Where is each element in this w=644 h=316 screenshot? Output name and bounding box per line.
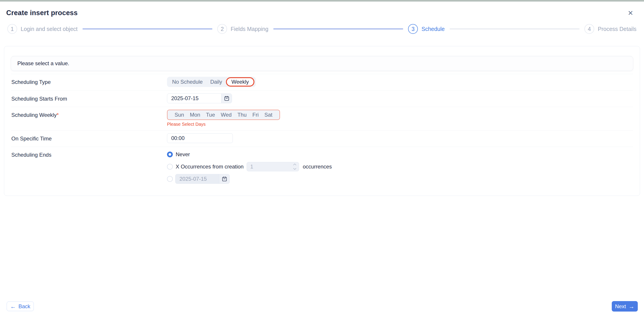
scheduling-weekly-row: Scheduling Weekly* Sun Mon Tue Wed Thu F… <box>11 107 633 130</box>
end-date-calendar-button[interactable] <box>219 174 230 184</box>
chevron-up-icon <box>293 163 296 166</box>
end-date-input[interactable] <box>176 174 219 184</box>
stepper-step-fields-mapping[interactable]: 2 Fields Mapping <box>217 24 268 34</box>
weekday-mon[interactable]: Mon <box>190 112 200 118</box>
back-button-label: Back <box>18 303 30 309</box>
stepper-step-login[interactable]: 1 Login and select object <box>7 24 78 34</box>
back-button[interactable]: ← Back <box>7 301 34 311</box>
step-number-badge: 2 <box>217 24 227 34</box>
weekday-picker: Sun Mon Tue Wed Thu Fri Sat <box>167 110 280 120</box>
stepper-connector <box>450 29 580 29</box>
never-radio-label: Never <box>176 151 190 158</box>
required-asterisk: * <box>57 112 59 118</box>
weekday-fri[interactable]: Fri <box>252 112 258 118</box>
wizard-stepper: 1 Login and select object 2 Fields Mappi… <box>0 24 644 34</box>
step-label: Login and select object <box>21 26 78 32</box>
weekday-sun[interactable]: Sun <box>174 112 184 118</box>
weekday-tue[interactable]: Tue <box>206 112 215 118</box>
end-date-input-group <box>175 174 230 184</box>
step-label: Process Details <box>598 26 636 32</box>
scheduling-type-label: Scheduling Type <box>11 77 167 85</box>
validation-alert-text: Please select a value. <box>17 60 69 67</box>
chevron-down-icon <box>293 168 296 170</box>
step-number-badge: 4 <box>584 24 594 34</box>
schedule-form-card: Please select a value. Scheduling Type N… <box>4 46 640 196</box>
page-title: Create insert process <box>6 9 78 17</box>
start-date-input-group <box>167 94 232 103</box>
segment-no-schedule[interactable]: No Schedule <box>168 77 206 87</box>
scheduling-weekly-label-text: Scheduling Weekly <box>11 112 57 118</box>
weekday-picker-error: Please Select Days <box>167 122 633 127</box>
scheduling-starts-from-row: Scheduling Starts From <box>11 91 633 107</box>
occurrences-spinners <box>293 163 296 170</box>
stepper-connector <box>273 29 404 29</box>
occurrences-stepper <box>246 162 299 171</box>
calendar-icon <box>222 176 228 182</box>
never-radio[interactable] <box>167 152 173 157</box>
on-specific-time-label: On Specific Time <box>11 133 167 142</box>
scheduling-ends-row: Scheduling Ends Never X Occurrences from… <box>11 147 633 190</box>
on-specific-time-row: On Specific Time <box>11 130 633 147</box>
scheduling-type-row: Scheduling Type No Schedule Daily Weekly <box>11 74 633 91</box>
next-arrow-icon: → <box>629 303 634 309</box>
end-date-radio[interactable] <box>167 176 173 182</box>
segment-daily[interactable]: Daily <box>206 77 226 87</box>
step-label: Fields Mapping <box>230 26 268 32</box>
page-top-strip <box>0 0 644 2</box>
spinner-down-button[interactable] <box>293 167 296 170</box>
stepper-step-schedule[interactable]: 3 Schedule <box>408 24 444 34</box>
scheduling-type-segmented-control: No Schedule Daily Weekly <box>167 77 256 87</box>
modal-header: Create insert process ✕ <box>0 0 644 17</box>
next-button-label: Next <box>615 303 626 309</box>
scheduling-weekly-label: Scheduling Weekly* <box>11 110 167 118</box>
calendar-icon <box>224 96 230 102</box>
step-number-badge: 1 <box>7 24 17 34</box>
occurrences-suffix: occurrences <box>303 164 332 170</box>
stepper-step-process-details[interactable]: 4 Process Details <box>584 24 636 34</box>
spinner-up-button[interactable] <box>293 163 296 166</box>
start-date-input[interactable] <box>167 94 221 103</box>
next-button[interactable]: Next → <box>612 301 638 311</box>
occurrences-radio[interactable] <box>167 164 173 170</box>
specific-time-input[interactable] <box>167 133 233 143</box>
segment-weekly[interactable]: Weekly <box>226 77 254 87</box>
ends-occurrences-option[interactable]: X Occurrences from creation occurrences <box>167 162 633 172</box>
start-date-calendar-button[interactable] <box>221 94 232 103</box>
stepper-connector <box>82 29 212 29</box>
occurrences-input[interactable] <box>246 162 299 171</box>
scheduling-ends-label: Scheduling Ends <box>11 150 167 158</box>
occurrences-radio-label: X Occurrences from creation <box>176 164 244 170</box>
weekday-sat[interactable]: Sat <box>264 112 272 118</box>
back-arrow-icon: ← <box>10 303 16 309</box>
weekday-wed[interactable]: Wed <box>221 112 232 118</box>
scheduling-starts-from-label: Scheduling Starts From <box>11 94 167 102</box>
step-number-badge: 3 <box>408 24 418 34</box>
ends-on-date-option[interactable] <box>167 174 633 184</box>
ends-never-option[interactable]: Never <box>167 150 633 159</box>
close-icon[interactable]: ✕ <box>627 9 634 17</box>
validation-alert: Please select a value. <box>11 56 633 71</box>
weekday-thu[interactable]: Thu <box>238 112 246 118</box>
step-label: Schedule <box>422 26 444 32</box>
